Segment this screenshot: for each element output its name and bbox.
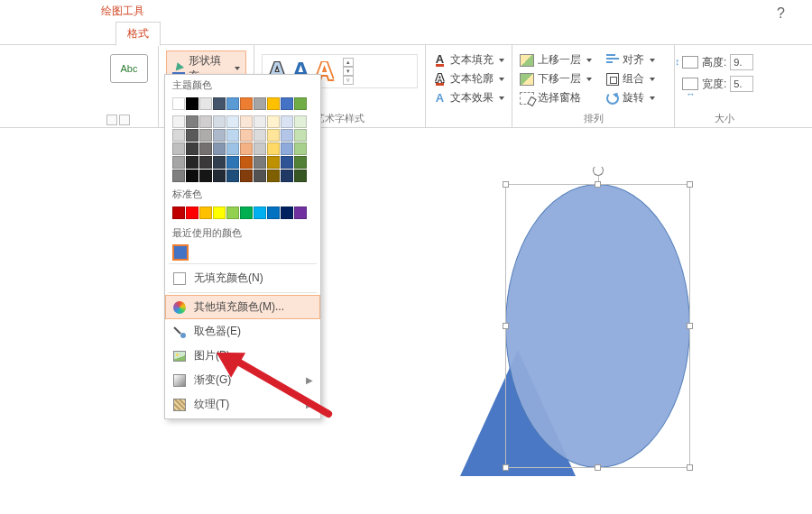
color-swatch[interactable] <box>294 207 307 219</box>
color-swatch[interactable] <box>199 129 212 142</box>
color-swatch[interactable] <box>267 129 280 142</box>
text-outline-button[interactable]: A 文本轮廓 <box>433 71 504 87</box>
gallery-expand-icon[interactable]: ▿ <box>343 76 354 85</box>
color-swatch[interactable] <box>213 156 226 169</box>
color-swatch[interactable] <box>199 207 212 219</box>
color-swatch[interactable] <box>294 129 307 142</box>
gallery-down-icon[interactable] <box>119 115 130 125</box>
selection-pane-button[interactable]: 选择窗格 <box>520 90 592 106</box>
color-swatch[interactable] <box>240 115 253 128</box>
resize-handle-w[interactable] <box>503 323 509 329</box>
eyedropper-item[interactable]: 取色器(E) <box>165 319 320 344</box>
recent-color-swatch[interactable] <box>172 244 189 261</box>
more-fill-colors-item[interactable]: 其他填充颜色(M)... <box>165 295 320 319</box>
width-input[interactable]: 5. <box>730 76 753 92</box>
resize-handle-s[interactable] <box>595 464 601 471</box>
color-swatch[interactable] <box>172 115 185 128</box>
color-swatch[interactable] <box>186 129 198 142</box>
color-swatch[interactable] <box>294 170 307 182</box>
color-swatch[interactable] <box>281 207 293 219</box>
color-swatch[interactable] <box>186 115 198 128</box>
color-swatch[interactable] <box>199 115 212 128</box>
color-swatch[interactable] <box>281 156 293 169</box>
color-swatch[interactable] <box>294 142 307 155</box>
color-swatch[interactable] <box>240 156 253 169</box>
color-swatch[interactable] <box>172 129 185 142</box>
color-swatch[interactable] <box>172 142 185 155</box>
color-swatch[interactable] <box>281 142 293 155</box>
color-swatch[interactable] <box>186 142 198 155</box>
resize-handle-n[interactable] <box>595 181 601 188</box>
color-swatch[interactable] <box>294 156 307 169</box>
color-swatch[interactable] <box>226 142 239 155</box>
color-swatch[interactable] <box>240 170 253 182</box>
color-swatch[interactable] <box>186 156 198 169</box>
color-swatch[interactable] <box>240 207 253 219</box>
resize-handle-sw[interactable] <box>503 464 509 471</box>
color-swatch[interactable] <box>281 129 293 142</box>
gallery-scroll-up-icon[interactable]: ▴ <box>343 58 354 67</box>
color-swatch[interactable] <box>267 156 280 169</box>
color-swatch[interactable] <box>240 129 253 142</box>
no-fill-item[interactable]: 无填充颜色(N) <box>165 266 320 290</box>
color-swatch[interactable] <box>240 97 253 110</box>
group-button[interactable]: 组合 <box>606 71 655 87</box>
height-input[interactable]: 9. <box>730 54 753 70</box>
color-swatch[interactable] <box>186 170 198 182</box>
color-swatch[interactable] <box>186 207 198 219</box>
color-swatch[interactable] <box>213 115 226 128</box>
color-swatch[interactable] <box>199 142 212 155</box>
color-swatch[interactable] <box>267 115 280 128</box>
align-button[interactable]: 对齐 <box>606 52 655 68</box>
color-swatch[interactable] <box>172 97 185 110</box>
color-swatch[interactable] <box>226 170 239 182</box>
color-swatch[interactable] <box>172 207 185 219</box>
color-swatch[interactable] <box>254 115 266 128</box>
color-swatch[interactable] <box>254 156 266 169</box>
color-swatch[interactable] <box>226 129 239 142</box>
color-swatch[interactable] <box>267 170 280 182</box>
color-swatch[interactable] <box>240 142 253 155</box>
gallery-scroll-down-icon[interactable]: ▾ <box>343 67 354 76</box>
color-swatch[interactable] <box>199 156 212 169</box>
color-swatch[interactable] <box>267 97 280 110</box>
color-swatch[interactable] <box>172 156 185 169</box>
color-swatch[interactable] <box>213 207 226 219</box>
color-swatch[interactable] <box>254 207 266 219</box>
color-swatch[interactable] <box>213 129 226 142</box>
gallery-up-icon[interactable] <box>106 115 117 125</box>
color-swatch[interactable] <box>267 207 280 219</box>
shape-style-preview[interactable]: Abc <box>110 54 148 83</box>
color-swatch[interactable] <box>294 115 307 128</box>
color-swatch[interactable] <box>254 129 266 142</box>
color-swatch[interactable] <box>294 97 307 110</box>
resize-handle-se[interactable] <box>687 464 693 471</box>
color-swatch[interactable] <box>254 170 266 182</box>
send-backward-button[interactable]: 下移一层 <box>520 71 592 87</box>
color-swatch[interactable] <box>213 97 226 110</box>
gradient-fill-item[interactable]: 渐变(G) ▶ <box>165 368 320 392</box>
color-swatch[interactable] <box>267 142 280 155</box>
resize-handle-ne[interactable] <box>687 181 693 188</box>
color-swatch[interactable] <box>172 170 185 182</box>
document-canvas[interactable] <box>0 128 812 514</box>
color-swatch[interactable] <box>213 142 226 155</box>
color-swatch[interactable] <box>226 115 239 128</box>
resize-handle-nw[interactable] <box>503 181 509 188</box>
color-swatch[interactable] <box>281 170 293 182</box>
color-swatch[interactable] <box>254 97 266 110</box>
color-swatch[interactable] <box>281 115 293 128</box>
color-swatch[interactable] <box>199 97 212 110</box>
color-swatch[interactable] <box>186 97 198 110</box>
help-icon[interactable]: ? <box>777 5 785 22</box>
color-swatch[interactable] <box>213 170 226 182</box>
text-fill-button[interactable]: A 文本填充 <box>433 52 504 68</box>
bring-forward-button[interactable]: 上移一层 <box>520 52 592 68</box>
rotate-handle[interactable] <box>593 165 604 176</box>
tab-format[interactable]: 格式 <box>115 22 161 46</box>
color-swatch[interactable] <box>199 170 212 182</box>
color-swatch[interactable] <box>226 97 239 110</box>
text-effects-button[interactable]: A 文本效果 <box>433 90 504 106</box>
color-swatch[interactable] <box>226 156 239 169</box>
color-swatch[interactable] <box>281 97 293 110</box>
